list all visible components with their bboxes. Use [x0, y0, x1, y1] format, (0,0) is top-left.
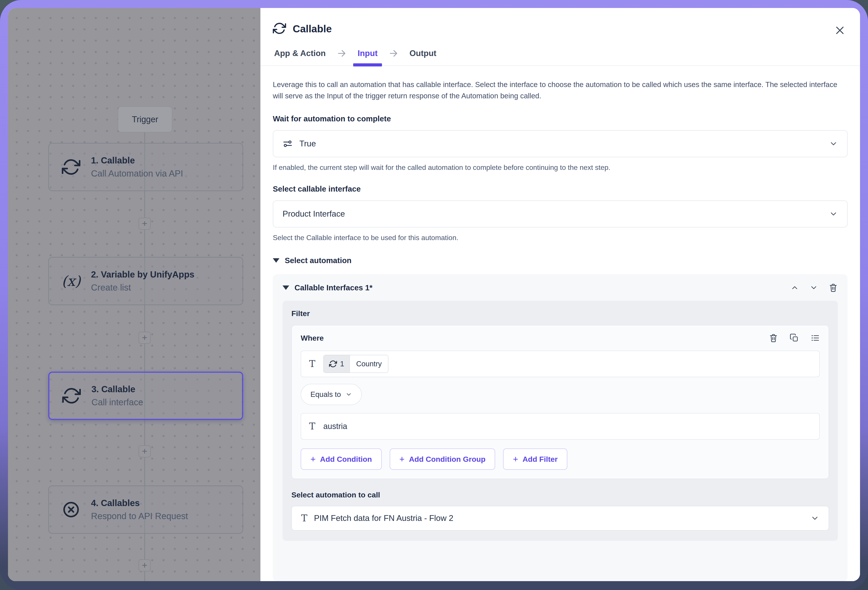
node-subtitle: Respond to API Request — [91, 511, 188, 521]
automation-to-call-label: Select automation to call — [291, 491, 829, 499]
triangle-down-icon — [282, 285, 289, 290]
trash-icon[interactable] — [769, 333, 778, 343]
add-step-button[interactable]: + — [139, 218, 151, 230]
chevron-down-icon — [810, 514, 819, 523]
select-automation-collapse[interactable]: Select automation — [273, 256, 847, 265]
chip-ref-number: 1 — [340, 360, 344, 368]
add-step-button[interactable]: + — [139, 445, 151, 457]
description-text: Leverage this to call an automation that… — [273, 79, 847, 101]
chip-ref-field: Country — [350, 355, 388, 373]
interface-helper-text: Select the Callable interface to be used… — [273, 234, 847, 242]
sync-icon — [61, 158, 82, 176]
chevron-down-icon — [829, 139, 838, 148]
node-subtitle: Call Automation via API — [91, 169, 183, 179]
node-title: 3. Callable — [92, 384, 143, 394]
tab-bar: App & Action Input Output — [260, 48, 860, 66]
wait-for-automation-select[interactable]: True — [273, 130, 847, 157]
operator-value: Equals to — [310, 390, 341, 399]
add-condition-button[interactable]: + Add Condition — [301, 448, 382, 470]
node-4-callables[interactable]: 4. Callables Respond to API Request — [48, 485, 243, 534]
callable-interfaces-card: Callable Interfaces 1* — [273, 274, 847, 581]
condition-value-input[interactable]: T austria — [301, 413, 820, 440]
chevron-down-icon — [829, 210, 838, 218]
plus-icon: + — [400, 455, 404, 464]
sync-icon — [273, 22, 286, 36]
plus-icon: + — [513, 455, 518, 464]
trigger-node[interactable]: Trigger — [118, 106, 172, 132]
arrow-right-icon — [337, 49, 347, 58]
tab-output[interactable]: Output — [408, 48, 437, 59]
node-2-variable[interactable]: (x) 2. Variable by UnifyApps Create list — [48, 257, 243, 305]
add-step-button[interactable]: + — [139, 559, 151, 571]
node-subtitle: Call interface — [92, 397, 143, 407]
automation-to-call-value: PIM Fetch data for FN Austria - Flow 2 — [314, 514, 453, 523]
wait-helper-text: If enabled, the current step will wait f… — [273, 163, 847, 172]
add-step-button[interactable]: + — [139, 332, 151, 344]
condition-field-input[interactable]: T 1 Country — [301, 350, 820, 377]
config-panel: Callable App & Action Input Output — [260, 8, 860, 581]
app-window: Trigger 1. Callable Call Automation via … — [8, 8, 860, 581]
plus-icon: + — [142, 333, 148, 342]
sync-icon — [61, 386, 82, 405]
filter-label: Filter — [291, 309, 829, 318]
interface-field-label: Select callable interface — [273, 185, 847, 193]
node-title: 1. Callable — [91, 155, 183, 166]
callable-interfaces-collapse[interactable]: Callable Interfaces 1* — [282, 283, 372, 292]
move-up-icon[interactable] — [790, 284, 799, 292]
wait-field-value: True — [300, 139, 316, 148]
add-condition-group-button[interactable]: + Add Condition Group — [390, 448, 495, 470]
list-icon[interactable] — [810, 333, 820, 343]
node-3-callable-selected[interactable]: 3. Callable Call interface — [48, 372, 243, 420]
variable-icon: (x) — [61, 273, 82, 289]
text-type-icon: T — [301, 514, 307, 523]
sliders-icon — [282, 139, 293, 149]
close-icon[interactable] — [834, 25, 846, 37]
tab-input[interactable]: Input — [356, 48, 379, 59]
plus-icon: + — [142, 447, 148, 456]
panel-body: Leverage this to call an automation that… — [260, 66, 860, 581]
text-type-icon: T — [309, 422, 315, 431]
select-automation-label: Select automation — [285, 256, 351, 265]
copy-icon[interactable] — [790, 333, 799, 343]
page-title: Callable — [293, 23, 332, 35]
node-1-callable[interactable]: 1. Callable Call Automation via API — [48, 143, 243, 191]
screenshot-stage: Trigger 1. Callable Call Automation via … — [0, 0, 868, 590]
triangle-down-icon — [273, 258, 279, 263]
arrow-right-icon — [388, 49, 399, 58]
chevron-down-icon — [345, 391, 352, 398]
sync-icon — [329, 360, 337, 368]
move-down-icon[interactable] — [809, 284, 818, 292]
filter-section: Filter Where — [282, 301, 838, 541]
node-subtitle: Create list — [91, 282, 195, 293]
node-title: 2. Variable by UnifyApps — [91, 269, 195, 279]
wait-field-label: Wait for automation to complete — [273, 114, 847, 123]
field-reference-chip[interactable]: 1 Country — [323, 355, 388, 373]
callable-interface-select[interactable]: Product Interface — [273, 200, 847, 228]
plus-icon: + — [142, 219, 148, 228]
plus-icon: + — [310, 455, 316, 464]
operator-select[interactable]: Equals to — [301, 384, 362, 405]
automation-to-call-select[interactable]: T PIM Fetch data for FN Austria - Flow 2 — [291, 506, 829, 531]
node-title: 4. Callables — [91, 498, 188, 508]
condition-value: austria — [323, 422, 347, 431]
where-group: Where — [291, 325, 829, 479]
circle-x-icon — [61, 500, 82, 519]
trash-icon[interactable] — [828, 283, 838, 292]
tab-app-and-action[interactable]: App & Action — [273, 48, 327, 59]
text-type-icon: T — [309, 359, 315, 368]
plus-icon: + — [142, 561, 148, 570]
trigger-label: Trigger — [132, 115, 158, 124]
interface-field-value: Product Interface — [282, 209, 345, 219]
callable-interfaces-title: Callable Interfaces 1* — [294, 283, 372, 292]
where-label: Where — [301, 334, 324, 342]
panel-header: Callable App & Action Input Output — [260, 8, 860, 66]
workflow-canvas[interactable]: Trigger 1. Callable Call Automation via … — [8, 8, 260, 581]
add-filter-button[interactable]: + Add Filter — [503, 448, 567, 470]
